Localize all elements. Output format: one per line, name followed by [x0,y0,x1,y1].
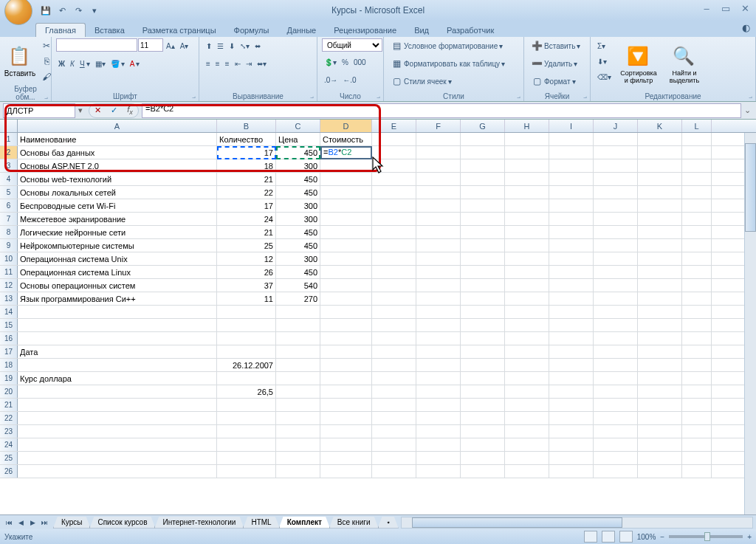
cancel-formula-button[interactable]: ✕ [89,104,106,117]
cell[interactable] [320,239,372,252]
cell[interactable] [549,359,594,371]
cell[interactable] [372,133,416,145]
cell[interactable] [505,345,549,358]
cell[interactable] [682,425,712,438]
align-left-button[interactable]: ≡ [204,56,213,71]
cell[interactable] [276,385,320,398]
cell[interactable] [372,306,416,318]
cell[interactable] [638,465,682,478]
format-as-table-button[interactable]: ▦Форматировать как таблицу▾ [388,56,519,71]
page-break-view-button[interactable] [619,531,633,543]
cell[interactable] [505,199,549,212]
column-header-A[interactable]: A [18,120,217,132]
cell[interactable] [461,359,505,371]
cell[interactable] [594,399,638,411]
column-header-H[interactable]: H [505,120,549,132]
cell[interactable] [320,306,372,318]
cell[interactable] [505,425,549,438]
cell[interactable] [320,159,372,172]
cell[interactable] [320,332,372,345]
cell[interactable] [18,332,217,345]
cell[interactable] [276,465,320,478]
wrap-text-button[interactable]: ⬌ [252,38,263,53]
cell[interactable]: Беспроводные сети Wi-Fi [18,199,217,212]
cell-styles-button[interactable]: ▢Стили ячеек▾ [388,74,519,89]
cell[interactable] [416,306,461,318]
cell[interactable] [320,319,372,331]
cell[interactable]: 450 [276,146,320,159]
cell[interactable] [276,359,320,371]
cell[interactable] [505,372,549,385]
cell[interactable] [416,412,461,424]
cell[interactable] [461,372,505,385]
cell[interactable] [320,385,372,398]
cell[interactable] [372,239,416,252]
cell[interactable] [505,412,549,424]
cell[interactable] [505,385,549,398]
cell[interactable] [276,319,320,331]
cell[interactable] [320,186,372,199]
cell[interactable] [638,279,682,292]
italic-button[interactable]: К [68,56,77,71]
cell[interactable] [682,252,712,265]
cell[interactable]: 300 [276,213,320,225]
cell[interactable] [18,412,217,424]
cell[interactable] [372,332,416,345]
cell[interactable] [638,292,682,305]
insert-sheet-button[interactable]: ⋆ [378,517,399,528]
cell[interactable] [594,345,638,358]
cell[interactable] [372,319,416,331]
cell[interactable] [549,213,594,225]
row-header-10[interactable]: 10 [0,252,18,265]
cell[interactable] [372,226,416,238]
sheet-tab[interactable]: Комплект [279,517,330,528]
cell[interactable] [276,452,320,464]
cell[interactable] [416,372,461,385]
cell[interactable] [320,199,372,212]
cell[interactable] [594,173,638,185]
column-header-L[interactable]: L [682,120,712,132]
row-header-15[interactable]: 15 [0,319,18,331]
delete-cells-button[interactable]: ➖Удалить▾ [529,56,585,71]
cell[interactable] [461,159,505,172]
cell[interactable] [320,213,372,225]
cell[interactable] [18,465,217,478]
zoom-slider[interactable] [669,535,743,538]
cell[interactable] [372,186,416,199]
column-header-B[interactable]: B [217,120,276,132]
cell[interactable] [682,385,712,398]
cell[interactable] [682,412,712,424]
cell[interactable] [549,186,594,199]
cell[interactable] [638,199,682,212]
cell[interactable] [320,399,372,411]
cell[interactable] [372,438,416,451]
cell[interactable] [638,438,682,451]
format-cells-button[interactable]: ▢Формат▾ [529,74,585,89]
cell[interactable] [594,385,638,398]
cell[interactable]: 270 [276,292,320,305]
align-top-button[interactable]: ⬆ [204,38,214,53]
cell[interactable] [276,306,320,318]
cell[interactable] [461,173,505,185]
cell[interactable]: 450 [276,266,320,278]
cell[interactable] [372,213,416,225]
cell[interactable] [505,452,549,464]
cell[interactable] [594,332,638,345]
cell[interactable] [416,452,461,464]
cell[interactable] [18,425,217,438]
cell[interactable] [276,345,320,358]
cell[interactable]: Нейрокомпьютерные системы [18,239,217,252]
font-color-button[interactable]: A▾ [128,56,142,71]
cell[interactable]: Цена [276,133,320,145]
cell[interactable] [320,292,372,305]
cell[interactable] [320,345,372,358]
cell[interactable] [461,385,505,398]
cell[interactable] [638,425,682,438]
sheet-tab[interactable]: HTML [243,517,279,528]
cell[interactable] [638,213,682,225]
clear-button[interactable]: ⌫▾ [595,69,614,84]
find-select-button[interactable]: 🔍 Найти и выделить [664,38,705,92]
cell[interactable]: Стоимость [320,133,372,145]
enter-formula-button[interactable]: ✓ [106,104,122,117]
cell[interactable] [461,266,505,278]
